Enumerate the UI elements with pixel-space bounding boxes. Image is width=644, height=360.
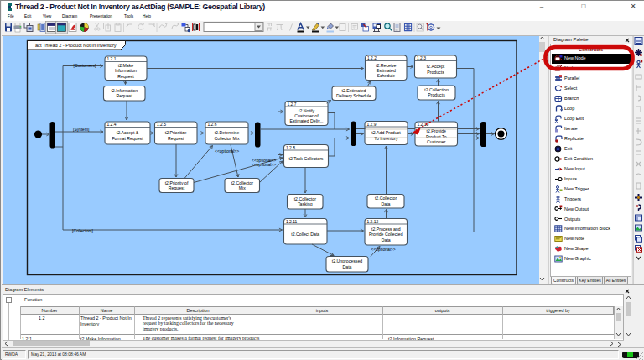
svg-text:Estimated: Estimated — [377, 68, 396, 73]
svg-text:1.2.1: 1.2.1 — [107, 57, 117, 61]
svg-text:Products: Products — [427, 70, 444, 75]
svg-text:t2.Notify: t2.Notify — [299, 108, 314, 113]
svg-text:t2.Process and: t2.Process and — [371, 227, 401, 232]
svg-text:Customer of: Customer of — [294, 113, 319, 118]
svg-text:[Collectors]: [Collectors] — [72, 228, 94, 233]
svg-text:Data: Data — [382, 201, 391, 206]
svg-text:t2.Task Collectors: t2.Task Collectors — [289, 156, 324, 161]
svg-text:<<optional>>: <<optional>> — [371, 247, 396, 252]
svg-text:1.2.4: 1.2.4 — [107, 123, 117, 127]
svg-text:Delivery Schedule: Delivery Schedule — [336, 93, 371, 98]
svg-text:act Thread 2 - Product Not In: act Thread 2 - Product Not In Inventory — [35, 43, 117, 48]
svg-text:t2.Information: t2.Information — [111, 88, 138, 93]
svg-text:t2.Determine: t2.Determine — [215, 130, 240, 135]
svg-text:Product To: Product To — [426, 134, 447, 139]
svg-text:t2.Priority of: t2.Priority of — [165, 180, 189, 185]
svg-text:t2.Collector: t2.Collector — [375, 196, 397, 201]
svg-text:Schedule: Schedule — [377, 73, 395, 78]
svg-text:1.2.6: 1.2.6 — [208, 123, 217, 127]
svg-text:Format Request: Format Request — [112, 136, 143, 141]
svg-text:t2.Add Product: t2.Add Product — [371, 130, 401, 135]
svg-text:Information: Information — [115, 68, 137, 73]
svg-text:t2.Unprocessed: t2.Unprocessed — [332, 258, 362, 263]
svg-text:t2.Collection: t2.Collection — [424, 87, 449, 92]
svg-text:To Inventory: To Inventory — [374, 136, 398, 141]
svg-text:t2.Prioritize: t2.Prioritize — [165, 130, 187, 135]
svg-text:t2.Collector: t2.Collector — [294, 196, 317, 201]
svg-text:1.2.2: 1.2.2 — [367, 56, 377, 60]
svg-text:1.2.8: 1.2.8 — [286, 146, 295, 150]
svg-text:Mix: Mix — [239, 185, 246, 190]
svg-text:Products: Products — [428, 92, 445, 97]
svg-text:1.2.10: 1.2.10 — [418, 123, 429, 127]
svg-text:1.2.3: 1.2.3 — [417, 56, 426, 60]
svg-text:1.2.11: 1.2.11 — [286, 220, 298, 224]
svg-text:Request: Request — [117, 93, 133, 98]
svg-text:Request: Request — [169, 185, 185, 190]
svg-text:Provide Collected: Provide Collected — [369, 232, 403, 237]
svg-text:Tasking: Tasking — [298, 201, 313, 206]
svg-text:1.2.12: 1.2.12 — [367, 220, 379, 224]
svg-text:<<optional>>: <<optional>> — [252, 162, 276, 167]
svg-text:t2.Make: t2.Make — [118, 63, 134, 68]
svg-text:t2.Collect Data: t2.Collect Data — [291, 232, 319, 237]
svg-text:t2.Estimated: t2.Estimated — [342, 88, 366, 93]
svg-text:Estimated Deliv...: Estimated Deliv... — [290, 118, 324, 123]
svg-text:Request: Request — [117, 74, 134, 79]
svg-text:Data: Data — [382, 237, 391, 243]
svg-text:1.2.7: 1.2.7 — [288, 102, 297, 107]
svg-text:1.2.5: 1.2.5 — [157, 123, 166, 127]
svg-text:t2.Collector: t2.Collector — [231, 180, 254, 185]
svg-text:<<optional>>: <<optional>> — [215, 149, 239, 154]
svg-text:t2.Accept: t2.Accept — [427, 64, 445, 69]
svg-text:Customer: Customer — [427, 139, 446, 144]
svg-text:1.2.9: 1.2.9 — [367, 123, 377, 127]
svg-text:Data: Data — [343, 264, 352, 269]
svg-text:Request: Request — [168, 136, 184, 141]
svg-text:t2.Receive: t2.Receive — [376, 63, 397, 68]
svg-text:[System]: [System] — [73, 127, 90, 132]
svg-text:t2.Accept &: t2.Accept & — [117, 130, 139, 135]
svg-text:[Customers]: [Customers] — [74, 63, 97, 68]
svg-text:Collector Mix: Collector Mix — [215, 136, 240, 141]
